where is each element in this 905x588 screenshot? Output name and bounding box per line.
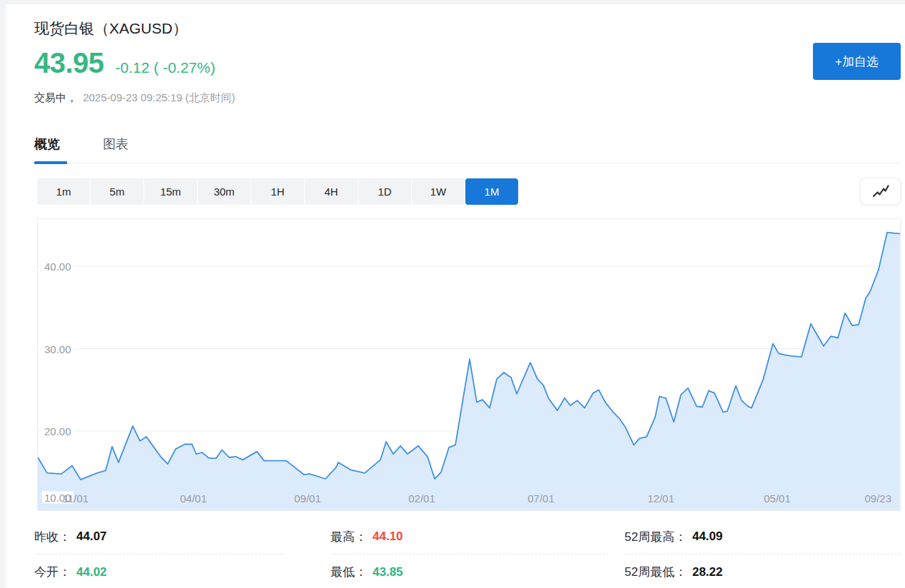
area-fill bbox=[38, 233, 900, 510]
tab-chart[interactable]: 图表 bbox=[103, 136, 128, 163]
x-tick-label: 04/01 bbox=[180, 492, 207, 505]
spot-silver-quote-page: 现货白银（XAGUSD） +加自选 43.95 -0.12 ( -0.27%) … bbox=[0, 0, 905, 588]
x-tick-label: 12/01 bbox=[647, 492, 674, 505]
price-chart[interactable]: 40.0030.0020.0010.00 11/0104/0109/0102/0… bbox=[37, 218, 901, 511]
x-tick-label: 09/01 bbox=[294, 492, 321, 505]
timeframe-button-30m[interactable]: 30m bbox=[198, 178, 251, 205]
trading-status: 交易中， bbox=[34, 91, 77, 103]
x-tick-label: 05/01 bbox=[764, 492, 791, 505]
stat-value: 44.10 bbox=[373, 529, 403, 544]
price-change: -0.12 ( -0.27%) bbox=[116, 59, 216, 76]
timeframe-button-1H[interactable]: 1H bbox=[251, 178, 304, 205]
chart-style-button[interactable] bbox=[860, 178, 901, 205]
stat-label: 52周最低： bbox=[625, 564, 687, 580]
timeframe-button-5m[interactable]: 5m bbox=[91, 178, 143, 205]
timeframe-selector: 1m5m15m30m1H4H1D1W1M bbox=[37, 178, 518, 205]
page-edge-left bbox=[0, 0, 6, 588]
stat-value: 28.22 bbox=[692, 565, 723, 579]
stat-day-low: 最低：43.85 bbox=[330, 554, 609, 588]
last-price: 43.95 bbox=[34, 47, 104, 79]
stat-prev-close: 昨收：44.07 bbox=[34, 519, 285, 554]
tab-overview[interactable]: 概览 bbox=[34, 136, 60, 163]
stat-label: 最低： bbox=[330, 564, 367, 580]
quote-timestamp: 2025-09-23 09:25:19 (北京时间) bbox=[83, 91, 235, 103]
price-row: 43.95 -0.12 ( -0.27%) bbox=[34, 47, 216, 79]
y-tick-label: 40.00 bbox=[42, 260, 74, 273]
stat-52w-low: 52周最低：28.22 bbox=[625, 554, 901, 588]
stat-column: 52周最高：44.0952周最低：28.22 bbox=[625, 519, 901, 588]
x-tick-label: 09/23 bbox=[864, 492, 891, 505]
stat-label: 最高： bbox=[330, 529, 367, 545]
stat-column: 昨收：44.07今开：44.02 bbox=[34, 519, 285, 588]
add-watchlist-button[interactable]: +加自选 bbox=[813, 43, 901, 80]
stat-label: 今开： bbox=[34, 564, 71, 580]
y-tick-label: 30.00 bbox=[42, 343, 74, 355]
stat-open: 今开：44.02 bbox=[34, 554, 285, 588]
y-tick-label: 20.00 bbox=[42, 425, 74, 437]
timeframe-button-15m[interactable]: 15m bbox=[144, 178, 197, 205]
stat-value: 44.07 bbox=[76, 529, 107, 544]
timeframe-button-1D[interactable]: 1D bbox=[358, 178, 411, 205]
stat-value: 44.09 bbox=[692, 529, 723, 544]
x-tick-label: 07/01 bbox=[527, 492, 555, 505]
view-tabs: 概览图表 bbox=[34, 136, 901, 163]
stat-label: 52周最高： bbox=[625, 529, 687, 545]
timeframe-button-1m[interactable]: 1m bbox=[37, 178, 90, 205]
timeframe-button-4H[interactable]: 4H bbox=[305, 178, 358, 205]
x-tick-label: 11/01 bbox=[63, 492, 89, 505]
timeframe-button-1M[interactable]: 1M bbox=[465, 178, 518, 205]
stat-value: 43.85 bbox=[373, 565, 403, 579]
stat-label: 昨收： bbox=[34, 529, 71, 545]
price-area-series bbox=[38, 219, 900, 510]
status-row: 交易中， 2025-09-23 09:25:19 (北京时间) bbox=[34, 91, 236, 105]
timeframe-button-1W[interactable]: 1W bbox=[412, 178, 465, 205]
stat-value: 44.02 bbox=[76, 565, 107, 579]
instrument-title: 现货白银（XAGUSD） bbox=[34, 19, 188, 39]
page-edge-top bbox=[0, 0, 905, 4]
line-chart-icon bbox=[871, 184, 890, 198]
x-tick-label: 02/01 bbox=[408, 492, 435, 505]
stat-day-high: 最高：44.10 bbox=[330, 519, 609, 554]
stat-column: 最高：44.10最低：43.85 bbox=[330, 519, 609, 588]
stat-52w-high: 52周最高：44.09 bbox=[625, 519, 901, 554]
